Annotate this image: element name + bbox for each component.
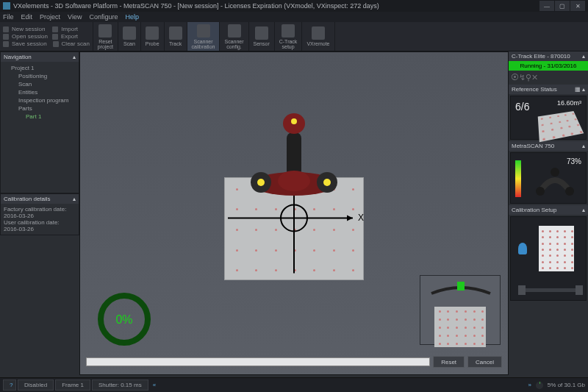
ctrack-icons: ⦿↯⚲✕ xyxy=(509,71,588,85)
track-icon xyxy=(169,26,182,40)
sensor-icon xyxy=(255,26,268,40)
right-column: C-Track Elite - 870010▴ Running - 31/03/… xyxy=(509,51,588,375)
tree-scan[interactable]: Scan xyxy=(4,80,76,88)
help-status-button[interactable]: ? xyxy=(3,379,16,391)
navigation-panel: Navigation▴ Project 1 Positioning Scan E… xyxy=(0,51,79,193)
user-calib-date: User calibration date: 2016-03-26 xyxy=(4,219,76,232)
chevron-left-icon[interactable]: « xyxy=(150,382,159,388)
svg-rect-10 xyxy=(287,132,301,177)
toolbar-scanner-config[interactable]: Scannerconfig. xyxy=(220,22,248,51)
status-shutter: Shutter: 0.15 ms xyxy=(92,379,148,391)
progress-ring: 0% xyxy=(95,290,154,349)
thumbnail-view xyxy=(420,275,501,345)
status-disabled: Disabled xyxy=(18,379,54,391)
collapse-icon: ▴ xyxy=(73,54,76,60)
ctrack-status: Running - 31/03/2016 xyxy=(509,61,588,71)
calibration-setup-box xyxy=(510,216,587,301)
heat-bar xyxy=(515,160,521,197)
svg-rect-21 xyxy=(518,285,526,295)
menubar: File Edit Project View Configure Help xyxy=(0,12,588,22)
svg-point-12 xyxy=(291,118,297,124)
tree-positioning[interactable]: Positioning xyxy=(4,72,76,80)
svg-rect-22 xyxy=(576,285,583,295)
scanner-config-icon xyxy=(228,24,241,38)
toolbar-sensor[interactable]: Sensor xyxy=(249,22,275,51)
maximize-button[interactable]: ▢ xyxy=(555,1,570,11)
progress-track xyxy=(86,357,430,366)
tree-part1[interactable]: Part 1 xyxy=(4,113,76,121)
reset-button[interactable]: Reset xyxy=(433,356,465,368)
menu-view[interactable]: View xyxy=(68,13,82,21)
menu-help[interactable]: Help xyxy=(125,13,139,21)
status-disk: 5% of 30.1 Gb xyxy=(548,382,585,388)
close-button[interactable]: ✕ xyxy=(570,1,585,11)
svg-point-17 xyxy=(536,187,545,196)
svg-rect-16 xyxy=(457,282,465,291)
svg-point-19 xyxy=(551,168,559,177)
svg-point-7 xyxy=(257,179,265,186)
status-frame: Frame 1 xyxy=(55,379,90,391)
tree-entities[interactable]: Entities xyxy=(4,88,76,96)
toolbar-vxremote[interactable]: VXremote xyxy=(302,22,334,51)
quick-open-session[interactable]: Open sessionExport xyxy=(3,33,90,40)
metrascan-header[interactable]: MetraSCAN 750▴ xyxy=(509,141,588,151)
factory-calib-date: Factory calibration date: 2016-03-26 xyxy=(4,206,76,219)
scanner-device xyxy=(243,110,345,199)
menu-project[interactable]: Project xyxy=(40,13,60,21)
toolbar-scan[interactable]: Scan xyxy=(118,22,141,51)
menu-edit[interactable]: Edit xyxy=(21,13,33,21)
menu-configure[interactable]: Configure xyxy=(89,13,118,21)
cancel-button[interactable]: Cancel xyxy=(467,356,502,368)
toolbar-track[interactable]: Track xyxy=(165,22,187,51)
chevron-right-icon[interactable]: » xyxy=(525,382,534,388)
thumbnail-scanner xyxy=(428,280,494,298)
collapse-icon: ▴ xyxy=(582,207,585,213)
viewport-bottom-bar: Reset Cancel xyxy=(86,355,502,368)
toolbar-probe[interactable]: Probe xyxy=(141,22,165,51)
calibration-setup-header[interactable]: Calibration Setup▴ xyxy=(509,205,588,215)
reference-status-box: 6/6 16.60m³ xyxy=(510,96,587,140)
metrascan-box: 73% xyxy=(510,152,587,204)
reference-plate-icon xyxy=(538,111,584,142)
menu-file[interactable]: File xyxy=(3,13,14,21)
tree-inspection[interactable]: Inspection program xyxy=(4,96,76,104)
svg-rect-20 xyxy=(521,288,580,292)
toolbar: New sessionImport Open sessionExport Sav… xyxy=(0,22,588,51)
app-icon xyxy=(3,2,10,10)
reference-count: 6/6 xyxy=(515,101,529,113)
toolbar-scanner-calib[interactable]: Scannercalibration xyxy=(187,22,220,51)
calibration-details-panel: Calibration details▴ Factory calibration… xyxy=(0,193,79,235)
toolbar-reset[interactable]: Resetproject xyxy=(93,22,118,51)
navigation-header[interactable]: Navigation▴ xyxy=(1,52,79,62)
scan-icon xyxy=(123,26,136,40)
quick-new-session[interactable]: New sessionImport xyxy=(3,26,90,32)
svg-text:0%: 0% xyxy=(115,313,132,326)
quick-save-session[interactable]: Save sessionClear scan xyxy=(3,40,90,47)
viewport[interactable]: X 0% Reset C xyxy=(79,51,509,375)
calibration-details-header[interactable]: Calibration details▴ xyxy=(1,194,79,204)
vxremote-icon xyxy=(312,26,325,40)
reference-status-header[interactable]: Reference Status▦ ▴ xyxy=(509,85,588,94)
ctrack-icon xyxy=(282,24,295,38)
toolbar-ctrack[interactable]: C-Tracksetup xyxy=(275,22,303,51)
ctrack-bar-icon xyxy=(518,284,583,297)
main-area: Navigation▴ Project 1 Positioning Scan E… xyxy=(0,51,588,375)
disk-pie-icon xyxy=(536,382,543,389)
tree-parts[interactable]: Parts xyxy=(4,104,76,113)
statusbar: ? Disabled Frame 1 Shutter: 0.15 ms « » … xyxy=(0,377,588,392)
window-title: VXelements - 3D Software Platform - Metr… xyxy=(13,2,379,10)
ctrack-header[interactable]: C-Track Elite - 870010▴ xyxy=(509,51,588,61)
grid-icon: ▦ ▴ xyxy=(575,86,585,93)
minimize-button[interactable]: — xyxy=(539,1,554,11)
thumbnail-plate xyxy=(434,307,486,347)
tree-project[interactable]: Project 1 xyxy=(4,64,76,72)
svg-point-9 xyxy=(323,179,331,186)
probe-icon xyxy=(146,26,159,40)
svg-point-18 xyxy=(565,187,574,196)
toolbar-quick-group: New sessionImport Open sessionExport Sav… xyxy=(0,22,93,51)
collapse-icon: ▴ xyxy=(73,196,76,202)
calib-setup-plate xyxy=(539,226,574,271)
collapse-icon: ▴ xyxy=(582,53,585,60)
scanner-calib-icon xyxy=(197,24,210,38)
titlebar: VXelements - 3D Software Platform - Metr… xyxy=(0,0,588,12)
